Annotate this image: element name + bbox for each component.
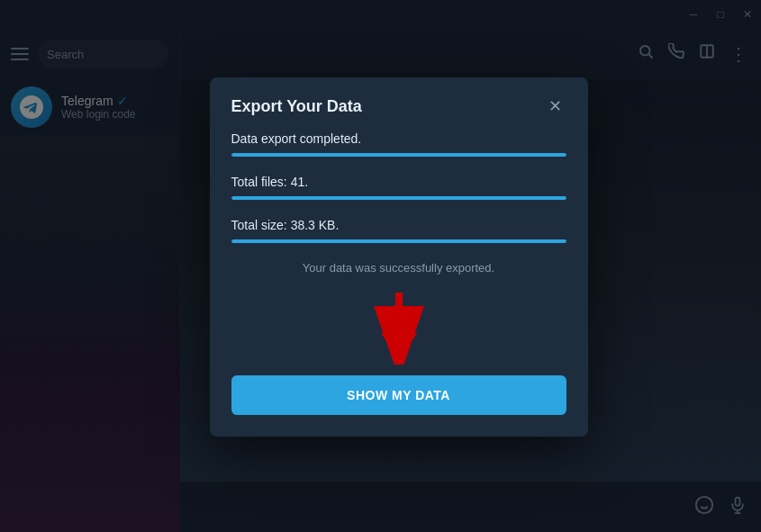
- progress-bar-files: [231, 196, 566, 200]
- progress-bar-size: [231, 239, 566, 243]
- svg-marker-12: [381, 333, 417, 360]
- show-my-data-button[interactable]: SHOW MY DATA: [231, 375, 566, 415]
- modal-header: Export Your Data ✕: [210, 77, 588, 131]
- progress-bar-status: [231, 153, 566, 157]
- modal-close-button[interactable]: ✕: [545, 95, 566, 117]
- success-text: Your data was successfully exported.: [231, 261, 566, 275]
- export-data-modal: Export Your Data ✕ Data export completed…: [210, 77, 588, 437]
- export-label-status: Data export completed.: [231, 131, 566, 146]
- modal-title: Export Your Data: [231, 97, 362, 116]
- arrow-container: [231, 293, 566, 365]
- export-item-files: Total files: 41.: [231, 175, 566, 200]
- export-label-size: Total size: 38.3 KB.: [231, 218, 566, 232]
- progress-fill-size: [231, 239, 566, 243]
- modal-body: Data export completed. Total files: 41. …: [210, 131, 588, 437]
- modal-overlay: Export Your Data ✕ Data export completed…: [0, 0, 761, 532]
- progress-fill-files: [231, 196, 566, 200]
- app-window: ─ □ ✕ Search: [0, 0, 761, 532]
- export-label-files: Total files: 41.: [231, 175, 566, 189]
- down-arrow-icon: [372, 293, 426, 365]
- progress-fill-status: [231, 153, 566, 157]
- export-item-size: Total size: 38.3 KB.: [231, 218, 566, 243]
- export-item-status: Data export completed.: [231, 131, 566, 157]
